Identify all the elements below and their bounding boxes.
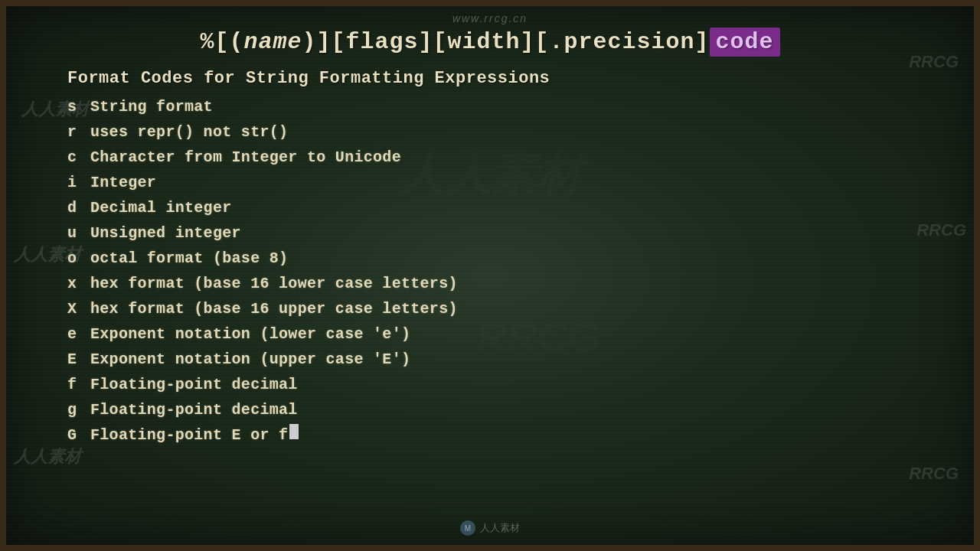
code-desc: hex format (base 16 lower case letters) (90, 272, 458, 295)
list-item: i Integer (67, 171, 913, 194)
code-letter: d (67, 197, 84, 219)
code-letter: r (67, 121, 84, 143)
watermark-top: www.rrcg.cn (452, 12, 528, 24)
code-desc: Character from Integer to Unicode (90, 146, 401, 168)
code-desc: Exponent notation (upper case 'E') (90, 348, 410, 370)
code-letter: s (67, 96, 84, 118)
code-letter: e (67, 323, 84, 345)
code-desc: String format (90, 96, 213, 118)
list-item: o octal format (base 8) (67, 247, 913, 269)
code-letter: u (67, 222, 84, 244)
code-desc: Floating-point decimal (90, 399, 298, 421)
code-letter: X (67, 298, 84, 320)
bottom-watermark-text: 人人素材 (480, 521, 520, 535)
list-item: e Exponent notation (lower case 'e') (67, 323, 913, 345)
code-desc: uses repr() not str() (90, 121, 288, 143)
list-item: E Exponent notation (upper case 'E') (67, 348, 913, 370)
text-cursor (289, 424, 299, 439)
list-item: G Floating-point E or f (67, 424, 913, 446)
bottom-watermark: M 人人素材 (460, 520, 520, 536)
code-letter: c (67, 146, 84, 168)
code-letter: i (67, 171, 84, 194)
code-desc: hex format (base 16 upper case letters) (90, 298, 458, 320)
code-letter: E (67, 348, 84, 370)
code-desc: Unsigned integer (90, 222, 241, 244)
watermark-corner-br: RRCG (909, 464, 959, 484)
code-list: s String format r uses repr() not str() … (67, 96, 913, 446)
format-syntax-text: %[(name)][flags][width][.precision] (200, 29, 709, 55)
code-desc: Integer (90, 171, 156, 194)
watermark-corner-bl: 人人素材 (14, 445, 81, 468)
code-desc: Floating-point E or f (90, 424, 288, 446)
blackboard: www.rrcg.cn 人人素材 RRCG 人人素材 RRCG 人人素材 RRC… (0, 0, 980, 551)
list-item: s String format (67, 96, 913, 118)
code-letter: g (67, 399, 84, 421)
watermark-corner-mr: RRCG (916, 220, 966, 240)
watermark-corner-tr: RRCG (909, 52, 959, 72)
format-syntax-line: %[(name)][flags][width][.precision]code (67, 29, 913, 55)
code-letter: x (67, 272, 84, 295)
list-item: x hex format (base 16 lower case letters… (67, 272, 913, 295)
code-desc: octal format (base 8) (90, 247, 288, 269)
code-desc: Exponent notation (lower case 'e') (90, 323, 410, 345)
list-item: c Character from Integer to Unicode (67, 146, 913, 168)
list-item: X hex format (base 16 upper case letters… (67, 298, 913, 320)
bottom-logo-icon: M (460, 520, 475, 536)
list-item: d Decimal integer (67, 197, 913, 219)
list-item: r uses repr() not str() (67, 121, 913, 143)
code-letter: G (67, 424, 84, 446)
code-letter: o (67, 247, 84, 269)
code-desc: Floating-point decimal (90, 373, 298, 396)
list-item: g Floating-point decimal (67, 399, 913, 421)
code-letter: f (67, 373, 84, 396)
section-title: Format Codes for String Formatting Expre… (67, 69, 913, 88)
code-highlight-badge: code (710, 28, 780, 57)
list-item: f Floating-point decimal (67, 373, 913, 396)
list-item: u Unsigned integer (67, 222, 913, 244)
code-desc: Decimal integer (90, 197, 232, 219)
